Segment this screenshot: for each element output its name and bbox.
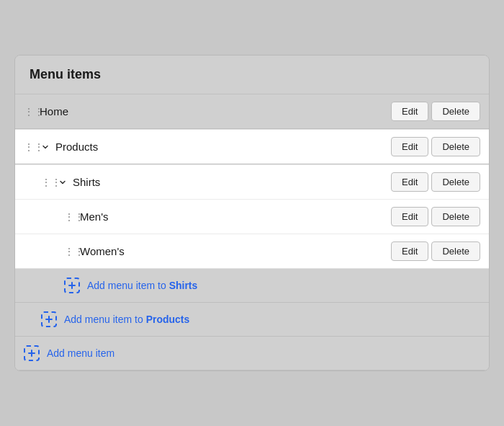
shirts-delete-button[interactable]: Delete (431, 172, 480, 192)
womens-row: ⋮⋮ Women's Edit Delete (15, 234, 489, 268)
add-to-products-icon (41, 311, 57, 327)
shirts-chevron-icon[interactable] (57, 177, 68, 188)
home-row: ⋮⋮ Home Edit Delete (15, 94, 489, 129)
shirts-btn-group: Edit Delete (391, 172, 480, 192)
add-to-products-row[interactable]: Add menu item to Products (15, 303, 489, 337)
panel-header: Menu items (15, 56, 489, 94)
mens-drag-handle[interactable]: ⋮⋮ (64, 211, 76, 223)
mens-delete-button[interactable]: Delete (431, 207, 480, 226)
add-to-products-label: Add menu item to Products (64, 314, 189, 325)
mens-label: Men's (80, 210, 387, 223)
mens-btn-group: Edit Delete (391, 207, 480, 226)
womens-delete-button[interactable]: Delete (431, 241, 480, 261)
panel-title: Menu items (30, 67, 101, 81)
add-to-shirts-row[interactable]: Add menu item to Shirts (15, 269, 489, 303)
add-menu-item-label: Add menu item (47, 347, 114, 359)
add-to-shirts-icon (64, 278, 80, 293)
products-btn-group: Edit Delete (391, 137, 480, 156)
womens-edit-button[interactable]: Edit (391, 241, 428, 261)
home-edit-button[interactable]: Edit (391, 102, 428, 121)
add-menu-item-row[interactable]: Add menu item (15, 337, 489, 370)
home-delete-button[interactable]: Delete (431, 102, 480, 121)
products-card: ⋮⋮ Products Edit Delete ⋮⋮ Shirts E (15, 129, 489, 269)
shirts-drag-handle[interactable]: ⋮⋮ (41, 177, 53, 188)
home-btn-group: Edit Delete (391, 102, 480, 121)
womens-drag-handle[interactable]: ⋮⋮ (64, 246, 76, 257)
shirts-label: Shirts (73, 176, 387, 188)
womens-btn-group: Edit Delete (391, 241, 480, 261)
products-label: Products (55, 141, 387, 153)
products-chevron-icon[interactable] (40, 141, 51, 153)
womens-label: Women's (80, 245, 387, 257)
menu-items-panel: Menu items ⋮⋮ Home Edit Delete ⋮⋮ Produc… (14, 55, 490, 371)
home-drag-handle[interactable]: ⋮⋮ (24, 106, 35, 117)
shirts-row: ⋮⋮ Shirts Edit Delete (15, 164, 489, 200)
mens-row: ⋮⋮ Men's Edit Delete (15, 200, 489, 234)
products-delete-button[interactable]: Delete (431, 137, 480, 156)
products-drag-handle[interactable]: ⋮⋮ (24, 141, 35, 153)
mens-edit-button[interactable]: Edit (391, 207, 428, 226)
add-to-shirts-label: Add menu item to Shirts (87, 280, 197, 291)
home-label: Home (40, 105, 387, 117)
add-menu-item-icon (24, 345, 40, 361)
products-row: ⋮⋮ Products Edit Delete (15, 130, 489, 164)
products-edit-button[interactable]: Edit (391, 137, 428, 156)
shirts-edit-button[interactable]: Edit (391, 172, 428, 192)
